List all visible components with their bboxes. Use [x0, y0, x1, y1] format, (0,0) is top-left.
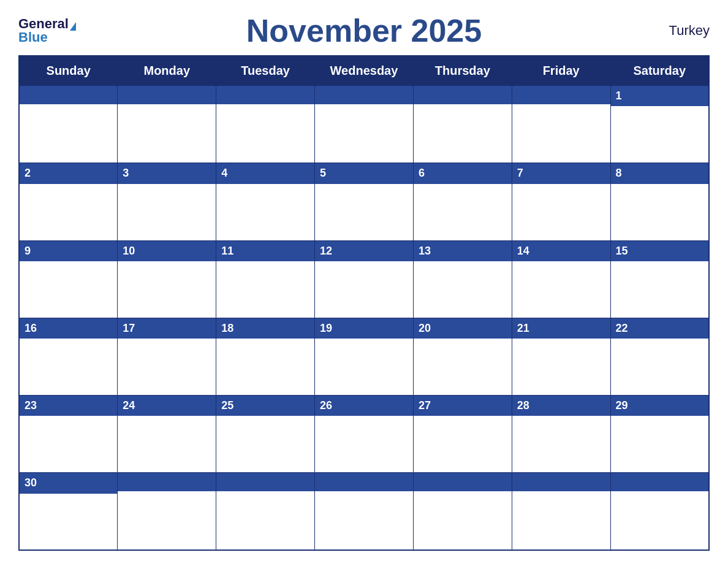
header-sunday: Sunday [19, 56, 118, 86]
header-friday: Friday [512, 56, 610, 86]
table-row: 16 [19, 318, 118, 395]
header-thursday: Thursday [413, 56, 512, 86]
table-row: 1 [610, 86, 709, 163]
table-row: 17 [118, 318, 216, 395]
empty-day-header [414, 86, 512, 104]
day-content [315, 339, 413, 397]
calendar-week-row: 2345678 [19, 163, 709, 240]
day-content [20, 184, 117, 242]
day-content [611, 261, 708, 320]
table-row [512, 86, 610, 163]
empty-day-header [20, 86, 117, 104]
day-content [315, 184, 413, 242]
day-content [315, 416, 413, 474]
empty-day-content [315, 491, 413, 563]
day-number: 8 [611, 163, 708, 183]
table-row: 15 [610, 240, 709, 318]
table-row [610, 473, 709, 550]
table-row: 19 [315, 318, 414, 395]
table-row: 23 [19, 396, 118, 473]
day-content [512, 416, 610, 474]
table-row: 21 [512, 318, 610, 395]
table-row: 9 [19, 240, 118, 318]
table-row: 13 [413, 240, 512, 318]
weekday-header-row: Sunday Monday Tuesday Wednesday Thursday… [19, 56, 709, 86]
day-number: 23 [20, 396, 117, 416]
table-row [413, 86, 512, 163]
day-content [216, 261, 314, 320]
country-label: Turkey [636, 23, 710, 39]
page-header: General Blue November 2025 Turkey [18, 12, 710, 49]
empty-day-header [118, 473, 216, 491]
logo-triangle-icon [70, 22, 76, 31]
day-content [611, 339, 708, 397]
table-row: 4 [216, 163, 315, 240]
day-number: 3 [118, 163, 216, 183]
table-row: 25 [216, 396, 315, 473]
day-number: 13 [414, 241, 512, 261]
day-number: 4 [216, 163, 314, 183]
table-row [512, 473, 610, 550]
table-row [19, 86, 118, 163]
table-row: 24 [118, 396, 216, 473]
day-number: 25 [216, 396, 314, 416]
day-content [611, 184, 708, 242]
logo-general-text: General [18, 17, 69, 31]
day-content [216, 184, 314, 242]
table-row: 20 [413, 318, 512, 395]
day-content [20, 261, 117, 320]
day-content [414, 416, 512, 474]
table-row: 6 [413, 163, 512, 240]
table-row: 7 [512, 163, 610, 240]
empty-day-header [611, 473, 708, 491]
day-number: 14 [512, 241, 610, 261]
day-number: 12 [315, 241, 413, 261]
day-content [414, 184, 512, 242]
day-number: 21 [512, 318, 610, 339]
table-row: 28 [512, 396, 610, 473]
calendar-table: Sunday Monday Tuesday Wednesday Thursday… [18, 55, 710, 551]
day-content [118, 339, 216, 397]
table-row: 26 [315, 396, 414, 473]
day-number: 5 [315, 163, 413, 183]
day-number: 19 [315, 318, 413, 339]
calendar-week-row: 30 [19, 473, 709, 550]
empty-day-header [216, 473, 314, 491]
day-content [512, 184, 610, 242]
day-content [216, 339, 314, 397]
day-content [611, 416, 708, 474]
day-number: 22 [611, 318, 708, 339]
day-number: 28 [512, 396, 610, 416]
day-content [315, 261, 413, 320]
day-number: 6 [414, 163, 512, 183]
header-saturday: Saturday [610, 56, 709, 86]
table-row: 8 [610, 163, 709, 240]
table-row: 22 [610, 318, 709, 395]
day-number: 29 [611, 396, 708, 416]
day-content [414, 339, 512, 397]
empty-day-content [216, 491, 314, 563]
day-number: 20 [414, 318, 512, 339]
table-row [118, 86, 216, 163]
calendar-week-row: 9101112131415 [19, 240, 709, 318]
day-number: 16 [20, 318, 117, 339]
table-row: 14 [512, 240, 610, 318]
empty-day-content [512, 491, 610, 563]
empty-day-header [414, 473, 512, 491]
header-tuesday: Tuesday [216, 56, 315, 86]
empty-day-header [315, 86, 413, 104]
table-row: 30 [19, 473, 118, 550]
day-content [118, 261, 216, 320]
day-number: 24 [118, 396, 216, 416]
day-content [118, 416, 216, 474]
day-number: 26 [315, 396, 413, 416]
table-row: 2 [19, 163, 118, 240]
logo: General Blue [18, 17, 92, 44]
day-number: 10 [118, 241, 216, 261]
table-row: 11 [216, 240, 315, 318]
calendar-title: November 2025 [92, 12, 636, 49]
header-wednesday: Wednesday [315, 56, 414, 86]
empty-day-header [216, 86, 314, 104]
empty-day-content [611, 491, 708, 563]
table-row: 5 [315, 163, 414, 240]
